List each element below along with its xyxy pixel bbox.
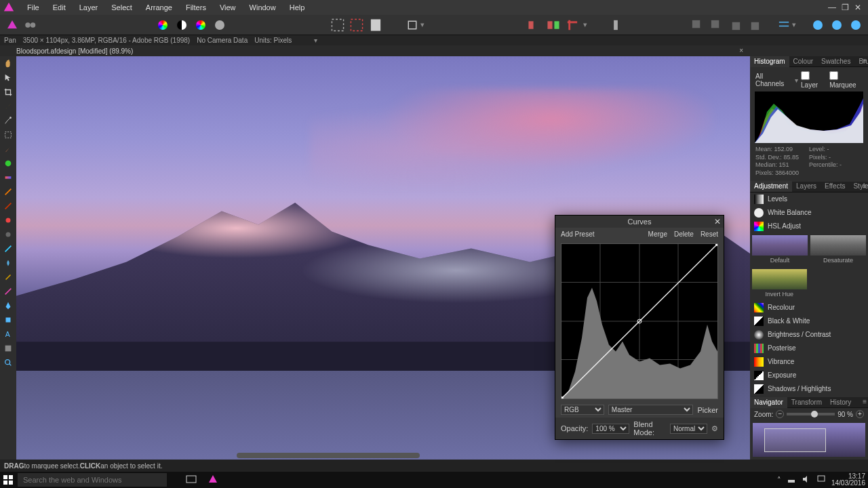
selection-brush-icon[interactable] bbox=[1, 100, 15, 113]
persona-photo-icon[interactable] bbox=[5, 18, 19, 32]
panel-menu-icon[interactable]: ≡ bbox=[863, 57, 867, 64]
curves-master-select[interactable]: Master bbox=[608, 405, 694, 415]
adj-recolour[interactable]: Recolour bbox=[750, 301, 868, 314]
clone-tool-icon[interactable] bbox=[1, 200, 15, 212]
curves-dialog[interactable]: Curves ✕ Add Preset Merge Delete Reset R… bbox=[555, 215, 724, 440]
panel-menu-icon[interactable]: ≡ bbox=[863, 398, 867, 405]
tray-volume-icon[interactable] bbox=[802, 474, 811, 485]
curves-picker[interactable]: Picker bbox=[697, 406, 718, 414]
selection-rect-icon[interactable] bbox=[331, 18, 344, 32]
taskbar-clock[interactable]: 13:17 14/03/2016 bbox=[831, 473, 865, 487]
adj-brightness[interactable]: Brightness / Contrast bbox=[750, 328, 868, 342]
menu-arrange[interactable]: Arrange bbox=[139, 0, 179, 15]
arrange-backward-icon[interactable] bbox=[709, 18, 723, 32]
smudge-tool-icon[interactable] bbox=[1, 271, 15, 283]
tray-up-icon[interactable]: ˄ bbox=[777, 476, 781, 485]
quick-mask-icon[interactable] bbox=[369, 18, 382, 32]
subtract-layer-icon[interactable] bbox=[830, 18, 844, 32]
selection-clear-icon[interactable] bbox=[350, 18, 363, 32]
intersect-layer-icon[interactable] bbox=[849, 18, 863, 32]
navigator-viewport-rect[interactable] bbox=[764, 428, 826, 452]
align-dropdown-icon[interactable] bbox=[777, 18, 791, 32]
gradient-tool-icon[interactable] bbox=[1, 171, 15, 184]
preset-default[interactable]: Default bbox=[752, 235, 808, 256]
navigator-thumbnail[interactable] bbox=[753, 423, 865, 457]
curves-graph[interactable] bbox=[561, 243, 718, 399]
adj-white-balance[interactable]: White Balance bbox=[750, 206, 868, 220]
tray-notifications-icon[interactable] bbox=[816, 474, 826, 485]
adj-vibrance[interactable]: Vibrance bbox=[750, 355, 868, 369]
menu-edit[interactable]: Edit bbox=[46, 0, 73, 15]
align-left-icon[interactable] bbox=[528, 18, 541, 32]
tab-layers[interactable]: Layers bbox=[792, 181, 821, 192]
tab-adjustment[interactable]: Adjustment bbox=[750, 181, 792, 192]
erase-tool-icon[interactable] bbox=[1, 186, 15, 198]
align-center-icon[interactable] bbox=[547, 18, 560, 32]
horizontal-scrollbar[interactable] bbox=[237, 453, 420, 458]
color-picker-icon[interactable] bbox=[1, 342, 15, 354]
crop-tool-icon[interactable] bbox=[566, 18, 579, 32]
adj-black-white[interactable]: Black & White bbox=[750, 314, 868, 328]
curves-merge[interactable]: Merge bbox=[648, 230, 667, 238]
dodge-tool-icon[interactable] bbox=[1, 228, 15, 241]
tab-swatches[interactable]: Swatches bbox=[817, 56, 854, 67]
menu-view[interactable]: View bbox=[213, 0, 243, 15]
menu-layer[interactable]: Layer bbox=[73, 0, 105, 15]
histogram-marquee-check[interactable]: Marquee bbox=[829, 71, 863, 89]
menu-help[interactable]: Help bbox=[283, 0, 312, 15]
units-value[interactable]: Pixels bbox=[274, 37, 292, 44]
retouch-tool-icon[interactable] bbox=[1, 285, 15, 298]
marquee-tool-icon[interactable] bbox=[1, 129, 15, 141]
curves-delete[interactable]: Delete bbox=[674, 230, 694, 238]
tab-histogram[interactable]: Histogram bbox=[750, 56, 789, 67]
flood-select-icon[interactable] bbox=[1, 115, 15, 127]
adj-shadows-highlights[interactable]: Shadows / Highlights bbox=[750, 382, 868, 396]
zoom-slider[interactable] bbox=[787, 413, 835, 415]
grey-circle-icon[interactable] bbox=[213, 18, 226, 32]
shape-tool-icon[interactable] bbox=[1, 314, 15, 326]
zoom-value[interactable]: 90 % bbox=[837, 411, 853, 418]
menu-select[interactable]: Select bbox=[104, 0, 139, 15]
arrange-front-icon[interactable] bbox=[747, 18, 761, 32]
curves-close-icon[interactable]: ✕ bbox=[714, 217, 721, 226]
fill-tool-icon[interactable] bbox=[1, 157, 15, 169]
histogram-channel-select[interactable]: All Channels bbox=[755, 73, 789, 87]
window-close-icon[interactable]: ✕ bbox=[854, 3, 861, 12]
curves-settings-icon[interactable]: ⚙ bbox=[711, 424, 718, 433]
taskbar-app-affinity[interactable] bbox=[202, 474, 224, 486]
preset-invert-hue[interactable]: Invert Hue bbox=[752, 269, 807, 289]
curves-title-bar[interactable]: Curves ✕ bbox=[555, 216, 724, 228]
adj-posterise[interactable]: Posterise bbox=[750, 342, 868, 355]
curves-add-preset[interactable]: Add Preset bbox=[561, 230, 594, 238]
tab-history[interactable]: History bbox=[826, 397, 855, 408]
color-chooser-icon[interactable] bbox=[194, 18, 208, 32]
pan-tool-icon[interactable] bbox=[1, 58, 15, 70]
tab-colour[interactable]: Colour bbox=[789, 56, 817, 67]
task-view-icon[interactable] bbox=[180, 474, 202, 486]
curves-reset[interactable]: Reset bbox=[701, 230, 718, 238]
adj-levels[interactable]: Levels bbox=[750, 192, 868, 206]
add-layer-icon[interactable] bbox=[811, 18, 825, 32]
histogram-layer-check[interactable]: Layer bbox=[801, 71, 825, 89]
document-tab[interactable]: Bloodsport.afdesign [Modified] (89.9%) bbox=[16, 47, 133, 55]
window-maximize-icon[interactable]: ❐ bbox=[842, 3, 849, 12]
window-minimize-icon[interactable]: — bbox=[828, 3, 836, 12]
start-menu-icon[interactable] bbox=[3, 474, 14, 485]
menu-window[interactable]: Window bbox=[243, 0, 283, 15]
tray-network-icon[interactable] bbox=[787, 474, 796, 485]
color-wheel-icon[interactable] bbox=[156, 18, 170, 32]
adj-hsl[interactable]: HSL Adjust bbox=[750, 220, 868, 233]
panel-menu-icon[interactable]: ≡ bbox=[863, 182, 867, 190]
opacity-select[interactable]: 100 % bbox=[592, 424, 629, 434]
inpaint-tool-icon[interactable] bbox=[1, 214, 15, 226]
tab-effects[interactable]: Effects bbox=[821, 181, 849, 192]
persona-liquify-icon[interactable] bbox=[24, 18, 38, 32]
arrange-back-icon[interactable] bbox=[690, 18, 704, 32]
pen-tool-icon[interactable] bbox=[1, 300, 15, 312]
zoom-in-button[interactable]: + bbox=[856, 410, 864, 418]
crop-tool-icon[interactable] bbox=[1, 86, 15, 98]
taskbar-search-input[interactable] bbox=[18, 473, 167, 487]
tab-navigator[interactable]: Navigator bbox=[750, 397, 787, 408]
curves-channel-select[interactable]: RGB bbox=[561, 405, 604, 415]
zoom-tool-icon[interactable] bbox=[1, 357, 15, 369]
